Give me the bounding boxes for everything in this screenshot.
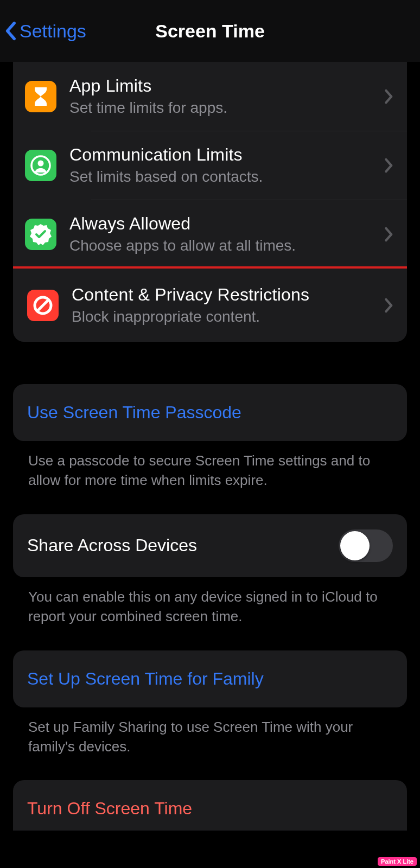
group-share: Share Across Devices xyxy=(13,514,407,577)
link-label: Set Up Screen Time for Family xyxy=(27,669,264,688)
row-content-privacy[interactable]: Content & Privacy Restrictions Block ina… xyxy=(13,271,407,340)
share-footer: You can enable this on any device signed… xyxy=(13,577,407,627)
turn-off-button[interactable]: Turn Off Screen Time xyxy=(13,780,407,831)
highlight-box: Content & Privacy Restrictions Block ina… xyxy=(13,266,407,342)
svg-line-3 xyxy=(37,300,48,311)
nav-bar: Settings Screen Time xyxy=(0,0,420,62)
svg-point-1 xyxy=(38,160,44,166)
back-label: Settings xyxy=(20,21,86,42)
chevron-left-icon xyxy=(4,21,16,41)
row-app-limits[interactable]: App Limits Set time limits for apps. xyxy=(13,62,407,131)
toggle-label: Share Across Devices xyxy=(27,535,197,556)
link-label: Use Screen Time Passcode xyxy=(27,403,241,422)
row-title: Content & Privacy Restrictions xyxy=(72,285,384,305)
group-turn-off: Turn Off Screen Time xyxy=(13,780,407,831)
no-entry-icon xyxy=(27,290,59,321)
group-family: Set Up Screen Time for Family xyxy=(13,650,407,707)
passcode-footer: Use a passcode to secure Screen Time set… xyxy=(13,441,407,490)
row-always-allowed[interactable]: Always Allowed Choose apps to allow at a… xyxy=(13,200,407,269)
row-subtitle: Set time limits for apps. xyxy=(69,99,384,117)
chevron-right-icon xyxy=(384,89,395,104)
share-toggle[interactable] xyxy=(339,529,393,562)
back-button[interactable]: Settings xyxy=(0,21,86,42)
row-title: Always Allowed xyxy=(69,214,384,234)
watermark: Paint X Lite xyxy=(378,857,417,866)
group-passcode: Use Screen Time Passcode xyxy=(13,384,407,441)
chevron-right-icon xyxy=(384,158,395,173)
row-subtitle: Set limits based on contacts. xyxy=(69,168,384,186)
hourglass-icon xyxy=(25,81,56,112)
settings-group-main: App Limits Set time limits for apps. Com… xyxy=(13,62,407,342)
row-title: App Limits xyxy=(69,76,384,96)
share-across-devices-row: Share Across Devices xyxy=(13,514,407,577)
row-subtitle: Block inappropriate content. xyxy=(72,308,384,326)
family-footer: Set up Family Sharing to use Screen Time… xyxy=(13,707,407,757)
row-title: Communication Limits xyxy=(69,145,384,165)
row-communication-limits[interactable]: Communication Limits Set limits based on… xyxy=(13,131,407,200)
set-up-family-button[interactable]: Set Up Screen Time for Family xyxy=(13,650,407,707)
link-label: Turn Off Screen Time xyxy=(27,799,192,818)
row-subtitle: Choose apps to allow at all times. xyxy=(69,237,384,254)
chevron-right-icon xyxy=(384,298,395,313)
toggle-knob xyxy=(340,531,370,560)
use-passcode-button[interactable]: Use Screen Time Passcode xyxy=(13,384,407,441)
person-circle-icon xyxy=(25,150,56,181)
chevron-right-icon xyxy=(384,227,395,242)
checkmark-seal-icon xyxy=(25,219,56,250)
